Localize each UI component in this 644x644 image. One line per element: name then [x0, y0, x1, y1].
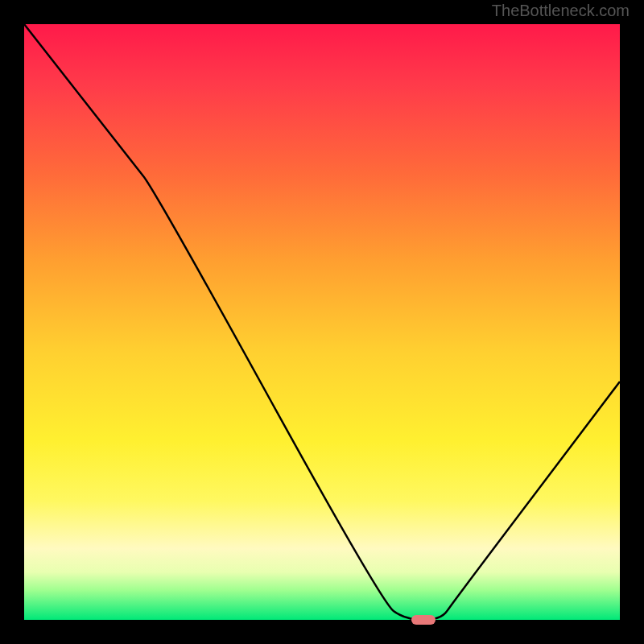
chart-plot-area	[24, 24, 620, 620]
watermark-text: TheBottleneck.com	[492, 2, 630, 20]
chart-svg	[24, 24, 620, 620]
optimal-point-marker	[411, 615, 436, 625]
bottleneck-curve	[24, 24, 620, 620]
